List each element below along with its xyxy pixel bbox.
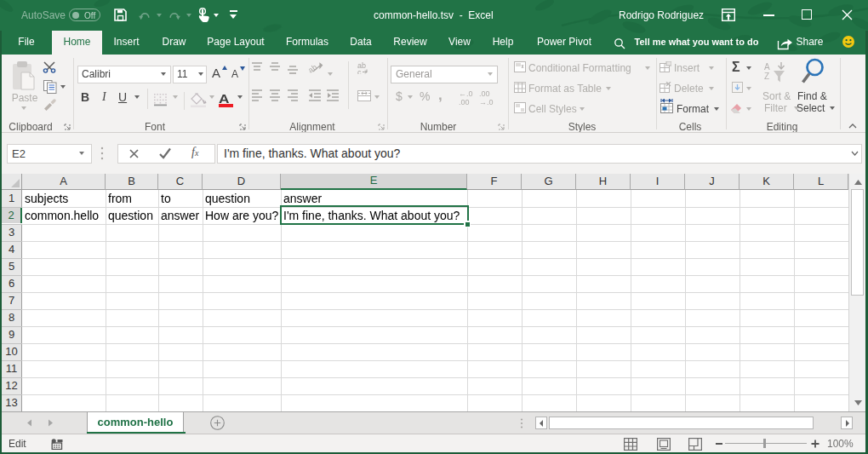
svg-text:Z: Z	[764, 72, 769, 81]
svg-text:A: A	[764, 62, 770, 72]
svg-text:c: c	[357, 68, 362, 74]
